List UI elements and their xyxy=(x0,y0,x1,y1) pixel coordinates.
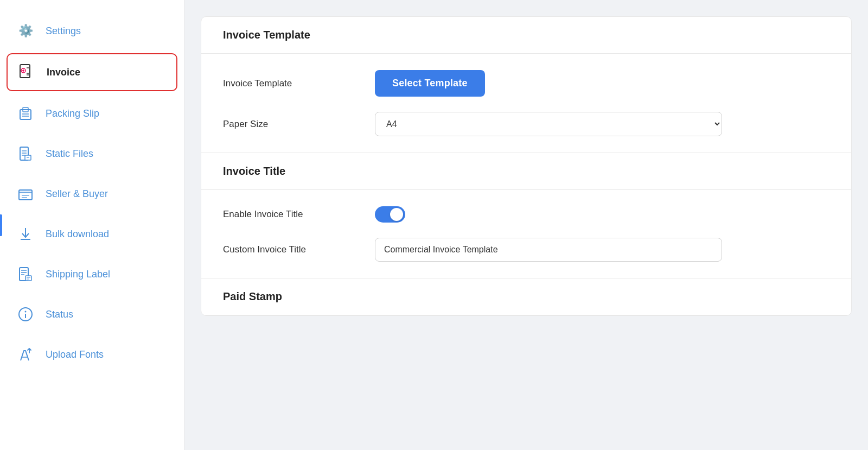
sidebar-item-static-files-label: Static Files xyxy=(46,148,93,160)
sidebar-item-bulk-download[interactable]: Bulk download xyxy=(0,214,184,254)
invoice-template-title: Invoice Template xyxy=(223,29,310,41)
sidebar-item-shipping-label-label: Shipping Label xyxy=(46,269,110,280)
packing-slip-icon xyxy=(15,103,36,124)
paper-size-label: Paper Size xyxy=(223,119,375,130)
content-card: Invoice Template Invoice Template Select… xyxy=(201,16,852,316)
enable-invoice-title-control xyxy=(375,206,829,223)
sidebar-item-settings-label: Settings xyxy=(46,26,81,37)
sidebar-item-packing-slip-label: Packing Slip xyxy=(46,108,99,119)
invoice-template-control: Select Template xyxy=(375,70,829,97)
sidebar-item-status-label: Status xyxy=(46,309,73,320)
invoice-template-section-header: Invoice Template xyxy=(201,17,851,54)
sidebar-item-settings[interactable]: ⚙️ Settings xyxy=(0,11,184,51)
paper-size-select[interactable]: A4 Letter Legal xyxy=(375,112,722,136)
custom-invoice-title-input[interactable] xyxy=(375,238,722,262)
paper-size-row: Paper Size A4 Letter Legal xyxy=(223,112,829,136)
enable-invoice-title-row: Enable Invoice Title xyxy=(223,206,829,223)
sidebar-item-seller-buyer-label: Seller & Buyer xyxy=(46,188,108,200)
sidebar-item-packing-slip[interactable]: Packing Slip xyxy=(0,93,184,134)
enable-invoice-title-toggle[interactable] xyxy=(375,206,405,223)
custom-invoice-title-row: Custom Invoice Title xyxy=(223,238,829,262)
custom-invoice-title-label: Custom Invoice Title xyxy=(223,244,375,255)
invoice-template-section-body: Invoice Template Select Template Paper S… xyxy=(201,54,851,153)
select-template-button[interactable]: Select Template xyxy=(375,70,485,97)
sidebar-item-static-files[interactable]: Static Files xyxy=(0,134,184,174)
paper-size-control: A4 Letter Legal xyxy=(375,112,829,136)
invoice-template-row: Invoice Template Select Template xyxy=(223,70,829,97)
enable-invoice-title-label: Enable Invoice Title xyxy=(223,209,375,220)
seller-buyer-icon xyxy=(15,183,36,204)
paid-stamp-section-header: Paid Stamp xyxy=(201,278,851,315)
sidebar-item-upload-fonts-label: Upload Fonts xyxy=(46,349,104,360)
shipping-label-icon xyxy=(15,264,36,284)
main-content: Invoice Template Invoice Template Select… xyxy=(184,0,868,450)
sidebar-item-upload-fonts[interactable]: Upload Fonts xyxy=(0,334,184,375)
invoice-title-title: Invoice Title xyxy=(223,165,285,177)
sidebar-item-seller-buyer[interactable]: Seller & Buyer xyxy=(0,174,184,214)
sidebar-item-shipping-label[interactable]: Shipping Label xyxy=(0,254,184,294)
svg-rect-7 xyxy=(20,110,31,119)
sidebar-item-status[interactable]: Status xyxy=(0,294,184,334)
sidebar-item-invoice-label: Invoice xyxy=(47,67,80,78)
svg-point-32 xyxy=(25,311,27,313)
invoice-icon xyxy=(16,62,37,83)
gear-icon: ⚙️ xyxy=(15,21,36,41)
status-icon xyxy=(15,304,36,325)
sidebar-item-bulk-download-label: Bulk download xyxy=(46,229,109,240)
invoice-template-label: Invoice Template xyxy=(223,78,375,89)
invoice-title-section-header: Invoice Title xyxy=(201,153,851,190)
custom-invoice-title-control xyxy=(375,238,829,262)
static-files-icon xyxy=(15,143,36,164)
sidebar: ⚙️ Settings Invoice P xyxy=(0,0,184,450)
svg-rect-28 xyxy=(25,276,31,281)
enable-invoice-title-toggle-wrapper xyxy=(375,206,405,223)
paid-stamp-title: Paid Stamp xyxy=(223,290,282,302)
bulk-download-icon xyxy=(15,224,36,244)
upload-fonts-icon xyxy=(15,344,36,365)
sidebar-item-invoice[interactable]: Invoice xyxy=(7,53,177,91)
invoice-title-section-body: Enable Invoice Title Custom Invoice Titl… xyxy=(201,190,851,278)
toggle-slider xyxy=(375,206,405,223)
